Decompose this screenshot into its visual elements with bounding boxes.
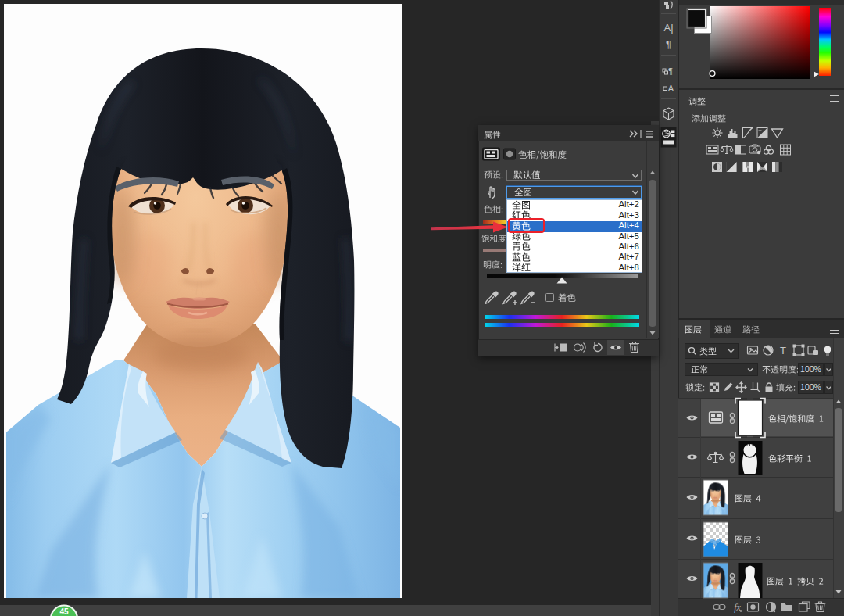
svg-text:A|: A|	[663, 22, 673, 34]
svg-text:¶: ¶	[666, 38, 671, 50]
svg-text:45: 45	[59, 607, 69, 616]
svg-text:T: T	[780, 345, 786, 356]
svg-text:A: A	[668, 84, 674, 93]
svg-text:¶: ¶	[668, 66, 673, 76]
